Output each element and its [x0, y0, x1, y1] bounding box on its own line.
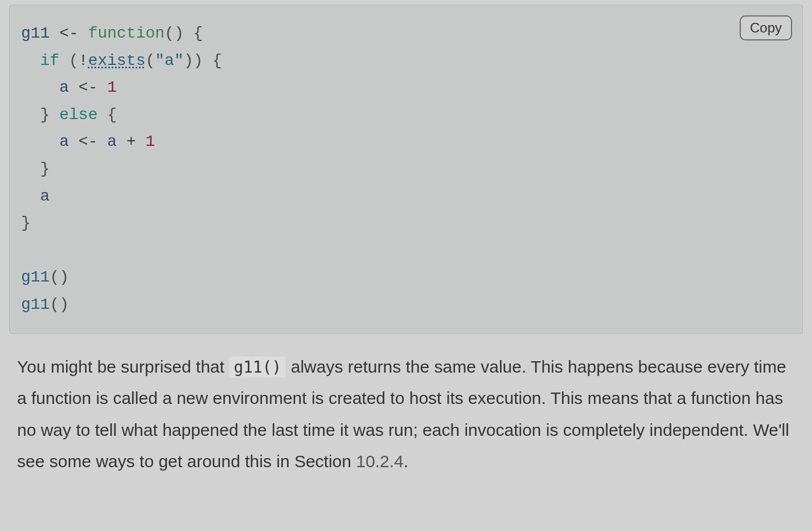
code-listing: g11 <- function() { if (!exists("a")) { … [21, 20, 791, 318]
token-identifier: a [107, 133, 117, 150]
token-not-operator: ! [79, 52, 88, 70]
token-assign: <- [59, 24, 79, 42]
code-block: Copy g11 <- function() { if (!exists("a"… [9, 5, 803, 334]
copy-button[interactable]: Copy [740, 15, 792, 40]
token-function-keyword: function [88, 24, 165, 42]
token-function-call: g11 [21, 296, 50, 313]
inline-code: g11() [229, 357, 286, 378]
paragraph-text: You might be surprised that [17, 357, 229, 376]
paragraph-text: . [404, 452, 408, 471]
token-identifier: a [40, 187, 50, 205]
token-number: 1 [107, 79, 117, 96]
token-identifier: a [59, 133, 69, 150]
token-if-keyword: if [40, 52, 60, 70]
token-identifier: g11 [21, 24, 50, 42]
token-assign: <- [79, 133, 98, 150]
token-assign: <- [79, 79, 98, 96]
token-else-keyword: else [59, 106, 97, 124]
token-number: 1 [146, 133, 155, 150]
token-string: "a" [155, 52, 183, 70]
token-plus-operator: + [126, 133, 136, 150]
explanation-paragraph: You might be surprised that g11() always… [9, 351, 803, 477]
token-function-call: g11 [21, 268, 50, 286]
token-exists-function[interactable]: exists [88, 52, 146, 70]
section-link[interactable]: 10.2.4 [356, 452, 403, 471]
token-identifier: a [59, 79, 69, 96]
